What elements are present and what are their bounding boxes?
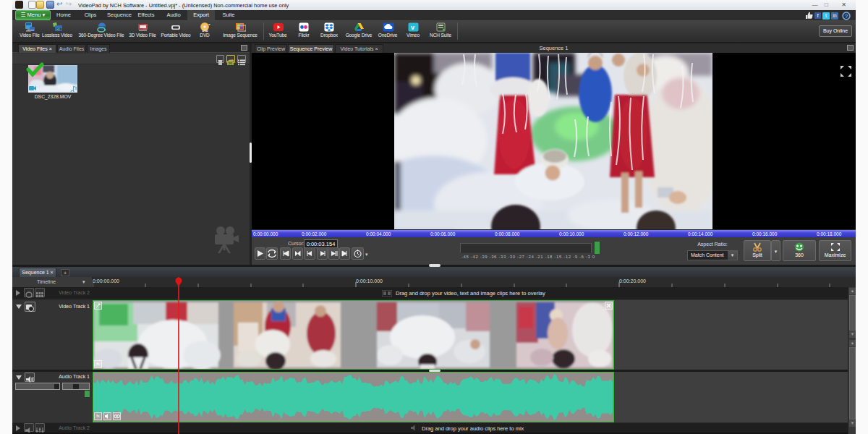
svg-text:v: v — [411, 24, 414, 31]
svg-text:HD: HD — [56, 28, 60, 31]
svg-text:DVD: DVD — [203, 29, 208, 33]
svg-text:-45 -42 -39 -36 -33 -30 -27 -2: -45 -42 -39 -36 -33 -30 -27 -24 -21 -18 … — [461, 255, 595, 259]
svg-text:?: ? — [845, 12, 848, 19]
